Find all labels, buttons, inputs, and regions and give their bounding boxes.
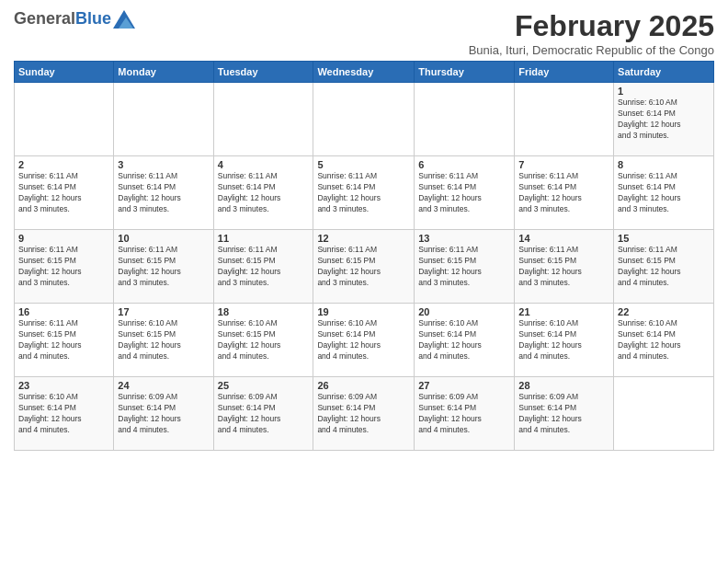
logo-icon [113,10,135,29]
day-number: 27 [418,380,510,391]
day-number: 15 [618,233,710,244]
table-row: 22Sunrise: 6:10 AM Sunset: 6:14 PM Dayli… [614,304,714,377]
day-info: Sunrise: 6:09 AM Sunset: 6:14 PM Dayligh… [218,392,310,436]
col-sunday: Sunday [15,62,114,83]
table-row [313,83,415,156]
header: GeneralBlue February 2025 Bunia, Ituri, … [14,9,714,57]
table-row [415,83,515,156]
day-info: Sunrise: 6:11 AM Sunset: 6:15 PM Dayligh… [18,245,109,289]
table-row: 25Sunrise: 6:09 AM Sunset: 6:14 PM Dayli… [213,377,313,451]
table-row [614,377,714,451]
subtitle: Bunia, Ituri, Democratic Republic of the… [469,43,714,57]
day-info: Sunrise: 6:11 AM Sunset: 6:14 PM Dayligh… [218,171,310,215]
table-row: 8Sunrise: 6:11 AM Sunset: 6:14 PM Daylig… [614,156,714,230]
table-row: 20Sunrise: 6:10 AM Sunset: 6:14 PM Dayli… [415,304,515,377]
day-info: Sunrise: 6:10 AM Sunset: 6:14 PM Dayligh… [618,98,710,142]
col-friday: Friday [515,62,614,83]
day-info: Sunrise: 6:11 AM Sunset: 6:15 PM Dayligh… [118,245,209,289]
day-info: Sunrise: 6:10 AM Sunset: 6:14 PM Dayligh… [317,318,410,362]
table-row: 21Sunrise: 6:10 AM Sunset: 6:14 PM Dayli… [515,304,614,377]
day-info: Sunrise: 6:11 AM Sunset: 6:14 PM Dayligh… [118,171,209,215]
table-row [15,83,114,156]
calendar-week-row: 16Sunrise: 6:11 AM Sunset: 6:15 PM Dayli… [15,304,714,377]
day-number: 5 [317,159,410,170]
day-number: 26 [317,380,410,391]
table-row: 23Sunrise: 6:10 AM Sunset: 6:14 PM Dayli… [15,377,114,451]
calendar-week-row: 23Sunrise: 6:10 AM Sunset: 6:14 PM Dayli… [15,377,714,451]
calendar-week-row: 1Sunrise: 6:10 AM Sunset: 6:14 PM Daylig… [15,83,714,156]
table-row [213,83,313,156]
day-number: 12 [317,233,410,244]
day-info: Sunrise: 6:11 AM Sunset: 6:14 PM Dayligh… [18,171,109,215]
day-info: Sunrise: 6:09 AM Sunset: 6:14 PM Dayligh… [317,392,410,436]
table-row: 9Sunrise: 6:11 AM Sunset: 6:15 PM Daylig… [15,230,114,304]
logo-general: General [14,9,75,28]
day-info: Sunrise: 6:11 AM Sunset: 6:15 PM Dayligh… [618,245,710,289]
table-row: 27Sunrise: 6:09 AM Sunset: 6:14 PM Dayli… [415,377,515,451]
day-number: 24 [118,380,209,391]
day-info: Sunrise: 6:11 AM Sunset: 6:15 PM Dayligh… [18,318,109,362]
col-thursday: Thursday [415,62,515,83]
logo-blue: Blue [75,9,111,28]
table-row: 14Sunrise: 6:11 AM Sunset: 6:15 PM Dayli… [515,230,614,304]
calendar-header-row: Sunday Monday Tuesday Wednesday Thursday… [15,62,714,83]
day-number: 19 [317,306,410,317]
day-info: Sunrise: 6:11 AM Sunset: 6:15 PM Dayligh… [218,245,310,289]
day-number: 16 [18,306,109,317]
table-row: 2Sunrise: 6:11 AM Sunset: 6:14 PM Daylig… [15,156,114,230]
calendar-week-row: 9Sunrise: 6:11 AM Sunset: 6:15 PM Daylig… [15,230,714,304]
day-number: 17 [118,306,209,317]
day-info: Sunrise: 6:10 AM Sunset: 6:14 PM Dayligh… [518,318,609,362]
calendar-table: Sunday Monday Tuesday Wednesday Thursday… [14,61,714,451]
day-info: Sunrise: 6:09 AM Sunset: 6:14 PM Dayligh… [118,392,209,436]
table-row: 7Sunrise: 6:11 AM Sunset: 6:14 PM Daylig… [515,156,614,230]
table-row: 26Sunrise: 6:09 AM Sunset: 6:14 PM Dayli… [313,377,415,451]
day-number: 14 [518,233,609,244]
day-info: Sunrise: 6:11 AM Sunset: 6:14 PM Dayligh… [418,171,510,215]
day-number: 4 [218,159,310,170]
day-number: 3 [118,159,209,170]
day-number: 7 [518,159,609,170]
table-row: 17Sunrise: 6:10 AM Sunset: 6:15 PM Dayli… [114,304,213,377]
table-row: 6Sunrise: 6:11 AM Sunset: 6:14 PM Daylig… [415,156,515,230]
table-row: 1Sunrise: 6:10 AM Sunset: 6:14 PM Daylig… [614,83,714,156]
table-row: 5Sunrise: 6:11 AM Sunset: 6:14 PM Daylig… [313,156,415,230]
month-title: February 2025 [469,9,714,43]
day-number: 18 [218,306,310,317]
table-row: 24Sunrise: 6:09 AM Sunset: 6:14 PM Dayli… [114,377,213,451]
table-row: 13Sunrise: 6:11 AM Sunset: 6:15 PM Dayli… [415,230,515,304]
day-info: Sunrise: 6:10 AM Sunset: 6:15 PM Dayligh… [218,318,310,362]
day-info: Sunrise: 6:11 AM Sunset: 6:15 PM Dayligh… [518,245,609,289]
day-info: Sunrise: 6:10 AM Sunset: 6:14 PM Dayligh… [18,392,109,436]
col-wednesday: Wednesday [313,62,415,83]
day-number: 25 [218,380,310,391]
day-number: 6 [418,159,510,170]
col-saturday: Saturday [614,62,714,83]
day-info: Sunrise: 6:10 AM Sunset: 6:14 PM Dayligh… [618,318,710,362]
table-row [515,83,614,156]
day-info: Sunrise: 6:09 AM Sunset: 6:14 PM Dayligh… [518,392,609,436]
col-monday: Monday [114,62,213,83]
day-number: 28 [518,380,609,391]
table-row: 4Sunrise: 6:11 AM Sunset: 6:14 PM Daylig… [213,156,313,230]
table-row: 12Sunrise: 6:11 AM Sunset: 6:15 PM Dayli… [313,230,415,304]
day-number: 13 [418,233,510,244]
day-info: Sunrise: 6:11 AM Sunset: 6:14 PM Dayligh… [518,171,609,215]
day-number: 8 [618,159,710,170]
day-number: 22 [618,306,710,317]
table-row: 19Sunrise: 6:10 AM Sunset: 6:14 PM Dayli… [313,304,415,377]
day-number: 20 [418,306,510,317]
day-number: 2 [18,159,109,170]
day-number: 11 [218,233,310,244]
table-row: 10Sunrise: 6:11 AM Sunset: 6:15 PM Dayli… [114,230,213,304]
table-row: 28Sunrise: 6:09 AM Sunset: 6:14 PM Dayli… [515,377,614,451]
table-row: 16Sunrise: 6:11 AM Sunset: 6:15 PM Dayli… [15,304,114,377]
day-number: 1 [618,86,710,97]
title-section: February 2025 Bunia, Ituri, Democratic R… [469,9,714,57]
table-row: 3Sunrise: 6:11 AM Sunset: 6:14 PM Daylig… [114,156,213,230]
calendar-week-row: 2Sunrise: 6:11 AM Sunset: 6:14 PM Daylig… [15,156,714,230]
day-info: Sunrise: 6:11 AM Sunset: 6:15 PM Dayligh… [418,245,510,289]
day-info: Sunrise: 6:10 AM Sunset: 6:15 PM Dayligh… [118,318,209,362]
day-number: 9 [18,233,109,244]
day-info: Sunrise: 6:11 AM Sunset: 6:15 PM Dayligh… [317,245,410,289]
